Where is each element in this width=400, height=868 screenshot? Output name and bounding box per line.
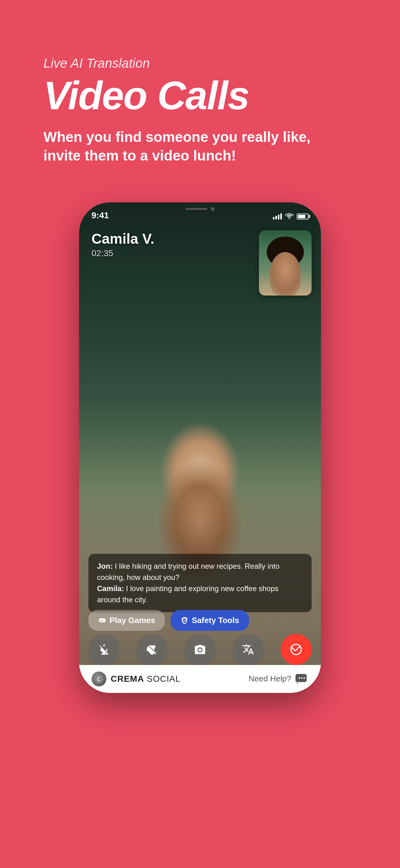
mute-button[interactable] (88, 634, 120, 665)
phone-frame: 9:41 (79, 203, 321, 693)
signal-bar-2 (275, 216, 277, 219)
self-video-bg (259, 230, 312, 296)
caller-info: Camila V. 02:35 (92, 230, 155, 258)
phone-top-indicators (186, 207, 214, 211)
subtitle-text-1: I like hiking and trying out new recipes… (97, 562, 279, 582)
action-buttons: Play Games Safety Tools (88, 610, 312, 631)
subtitle-text-2: I love painting and exploring new coffee… (97, 584, 278, 604)
help-chat-icon[interactable] (295, 672, 308, 686)
flip-camera-icon (194, 643, 206, 656)
shield-icon (180, 616, 189, 624)
safety-tools-label: Safety Tools (192, 616, 239, 625)
signal-bar-3 (278, 215, 279, 219)
hero-description: When you find someone you really like, i… (43, 128, 323, 165)
hero-section: Live AI Translation Video Calls When you… (0, 0, 400, 184)
brand-icon (92, 672, 106, 686)
camera-off-icon (146, 643, 158, 656)
battery-fill (298, 215, 305, 218)
status-bar: 9:41 (79, 203, 321, 224)
subtitle-line-2: Camila: I love painting and exploring ne… (97, 583, 303, 606)
gamepad-icon (98, 616, 106, 624)
camera-off-button[interactable] (136, 634, 167, 665)
battery-icon (297, 214, 308, 219)
crema-logo-icon (94, 674, 104, 684)
play-games-button[interactable]: Play Games (88, 610, 165, 631)
video-call-screen: Camila V. 02:35 Jon: I like hiking and t… (79, 203, 321, 693)
svg-point-0 (95, 675, 103, 683)
status-time: 9:41 (92, 211, 109, 220)
subtitle-line-1: Jon: I like hiking and trying out new re… (97, 561, 303, 583)
brand-logo: CREMA SOCIAL (92, 672, 180, 686)
translate-icon (242, 643, 254, 656)
caller-name: Camila V. (92, 230, 155, 247)
top-bar-dot (211, 207, 214, 211)
status-icons (273, 213, 308, 220)
end-call-button[interactable] (280, 634, 312, 665)
translate-button[interactable] (233, 634, 264, 665)
signal-icon (273, 213, 282, 219)
phone-wrapper: 9:41 (79, 203, 321, 693)
self-video-thumbnail (259, 230, 312, 296)
hero-subtitle: Live AI Translation (43, 56, 369, 71)
top-bar-line (186, 208, 207, 210)
wifi-icon (285, 213, 294, 220)
hero-title: Video Calls (43, 76, 369, 116)
svg-point-2 (299, 677, 300, 679)
subtitle-speaker-2: Camila: (97, 584, 124, 593)
phone-bottom-bar: CREMA SOCIAL Need Help? (79, 665, 321, 693)
svg-point-4 (304, 677, 305, 679)
subtitles-overlay: Jon: I like hiking and trying out new re… (88, 554, 312, 612)
control-buttons (88, 634, 312, 665)
svg-point-3 (301, 677, 303, 679)
safety-tools-button[interactable]: Safety Tools (171, 610, 249, 631)
signal-bar-4 (280, 213, 282, 219)
help-text: Need Help? (249, 674, 291, 684)
self-video-face (270, 252, 301, 296)
end-call-icon (290, 643, 302, 656)
brand-name: CREMA SOCIAL (111, 674, 180, 684)
subtitle-speaker-1: Jon: (97, 562, 113, 570)
phone-mockup-container: 9:41 (0, 203, 400, 693)
signal-bar-1 (273, 217, 274, 219)
play-games-label: Play Games (109, 616, 155, 625)
help-section: Need Help? (249, 672, 308, 686)
call-duration: 02:35 (92, 248, 155, 258)
microphone-mute-icon (98, 643, 110, 656)
flip-camera-button[interactable] (185, 634, 215, 665)
